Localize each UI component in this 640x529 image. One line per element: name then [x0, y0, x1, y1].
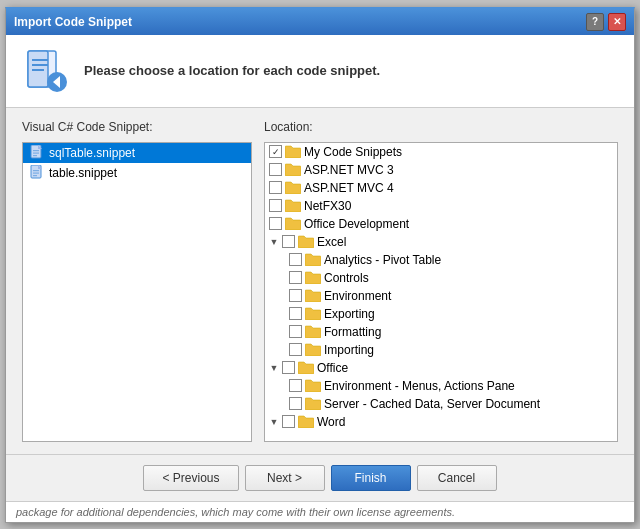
folder-icon — [285, 199, 301, 213]
list-item[interactable]: table.snippet — [23, 163, 251, 183]
previous-button[interactable]: < Previous — [143, 465, 238, 491]
tree-item-label: Importing — [324, 343, 374, 357]
tree-item-label: Formatting — [324, 325, 381, 339]
snippet-list[interactable]: sqlTable.snippet table.snippet — [22, 142, 252, 442]
help-button[interactable]: ? — [586, 13, 604, 31]
tree-item-label: ASP.NET MVC 4 — [304, 181, 394, 195]
title-bar: Import Code Snippet ? ✕ — [6, 9, 634, 35]
tree-item-asp-mvc4[interactable]: ASP.NET MVC 4 — [265, 179, 617, 197]
folder-icon — [305, 343, 321, 357]
tree-item-office-dev[interactable]: Office Development — [265, 215, 617, 233]
tree-checkbox[interactable] — [289, 343, 302, 356]
tree-checkbox[interactable]: ✓ — [269, 145, 282, 158]
left-panel-label: Visual C# Code Snippet: — [22, 120, 252, 134]
tree-checkbox[interactable] — [282, 235, 295, 248]
folder-icon — [305, 289, 321, 303]
folder-icon — [305, 253, 321, 267]
tree-checkbox[interactable] — [289, 397, 302, 410]
tree-item-label: Excel — [317, 235, 346, 249]
snippet-name: table.snippet — [49, 166, 117, 180]
header-text: Please choose a location for each code s… — [84, 63, 380, 78]
folder-icon — [305, 307, 321, 321]
tree-item-word[interactable]: ▼ Word — [265, 413, 617, 431]
tree-checkbox[interactable] — [269, 217, 282, 230]
snippet-icon — [29, 145, 45, 161]
header-section: Please choose a location for each code s… — [6, 35, 634, 108]
left-panel: Visual C# Code Snippet: sqlTable.snippet — [22, 120, 252, 442]
list-item[interactable]: sqlTable.snippet — [23, 143, 251, 163]
tree-checkbox[interactable] — [289, 379, 302, 392]
tree-item-asp-mvc3[interactable]: ASP.NET MVC 3 — [265, 161, 617, 179]
tree-checkbox[interactable] — [289, 253, 302, 266]
tree-item-label: My Code Snippets — [304, 145, 402, 159]
right-panel-label: Location: — [264, 120, 618, 134]
folder-icon — [298, 235, 314, 249]
svg-rect-10 — [33, 152, 39, 153]
expand-toggle[interactable]: ▼ — [269, 237, 279, 247]
folder-icon — [305, 379, 321, 393]
tree-item-label: Office Development — [304, 217, 409, 231]
next-button[interactable]: Next > — [245, 465, 325, 491]
tree-item-label: Environment — [324, 289, 391, 303]
tree-item-env-menus[interactable]: Environment - Menus, Actions Pane — [265, 377, 617, 395]
tree-item-label: Controls — [324, 271, 369, 285]
svg-rect-2 — [32, 59, 48, 61]
svg-rect-9 — [33, 150, 39, 151]
tree-item-analytics[interactable]: Analytics - Pivot Table — [265, 251, 617, 269]
tree-item-netfx30[interactable]: NetFX30 — [265, 197, 617, 215]
tree-checkbox[interactable] — [282, 415, 295, 428]
folder-icon — [305, 271, 321, 285]
folder-icon — [285, 217, 301, 231]
tree-checkbox[interactable] — [289, 325, 302, 338]
tree-checkbox[interactable] — [269, 163, 282, 176]
tree-item-excel[interactable]: ▼ Excel — [265, 233, 617, 251]
dialog-title: Import Code Snippet — [14, 15, 132, 29]
right-panel: Location: ✓ My Code Snippets — [264, 120, 618, 442]
title-bar-controls: ? ✕ — [586, 13, 626, 31]
tree-checkbox[interactable] — [289, 271, 302, 284]
tree-item-my-code[interactable]: ✓ My Code Snippets — [265, 143, 617, 161]
tree-item-label: ASP.NET MVC 3 — [304, 163, 394, 177]
tree-item-office[interactable]: ▼ Office — [265, 359, 617, 377]
location-tree[interactable]: ✓ My Code Snippets — [264, 142, 618, 442]
tree-item-label: NetFX30 — [304, 199, 351, 213]
tree-checkbox[interactable] — [289, 307, 302, 320]
tree-item-label: Exporting — [324, 307, 375, 321]
tree-item-exporting[interactable]: Exporting — [265, 305, 617, 323]
tree-item-formatting[interactable]: Formatting — [265, 323, 617, 341]
folder-icon — [285, 145, 301, 159]
svg-rect-14 — [33, 170, 39, 171]
folder-icon — [298, 415, 314, 429]
import-code-snippet-dialog: Import Code Snippet ? ✕ Please choose a … — [5, 7, 635, 523]
tree-item-label: Environment - Menus, Actions Pane — [324, 379, 515, 393]
finish-button[interactable]: Finish — [331, 465, 411, 491]
svg-rect-16 — [33, 175, 37, 176]
folder-icon — [305, 397, 321, 411]
tree-checkbox[interactable] — [289, 289, 302, 302]
expand-toggle[interactable]: ▼ — [269, 363, 279, 373]
svg-rect-11 — [33, 155, 37, 156]
header-icon — [22, 47, 70, 95]
snippet-name: sqlTable.snippet — [49, 146, 135, 160]
close-button[interactable]: ✕ — [608, 13, 626, 31]
footer: < Previous Next > Finish Cancel — [6, 454, 634, 501]
folder-icon — [305, 325, 321, 339]
snippet-icon — [29, 165, 45, 181]
svg-rect-4 — [32, 69, 44, 71]
folder-icon — [285, 181, 301, 195]
tree-item-environment[interactable]: Environment — [265, 287, 617, 305]
expand-toggle[interactable]: ▼ — [269, 417, 279, 427]
svg-rect-3 — [32, 64, 48, 66]
tree-item-controls[interactable]: Controls — [265, 269, 617, 287]
tree-item-server-cached[interactable]: Server - Cached Data, Server Document — [265, 395, 617, 413]
folder-icon — [285, 163, 301, 177]
tree-item-importing[interactable]: Importing — [265, 341, 617, 359]
tree-checkbox[interactable] — [269, 181, 282, 194]
tree-checkbox[interactable] — [269, 199, 282, 212]
cancel-button[interactable]: Cancel — [417, 465, 497, 491]
tree-item-label: Word — [317, 415, 345, 429]
bottom-text: package for additional dependencies, whi… — [6, 501, 634, 522]
tree-item-label: Office — [317, 361, 348, 375]
tree-checkbox[interactable] — [282, 361, 295, 374]
svg-rect-15 — [33, 172, 39, 173]
